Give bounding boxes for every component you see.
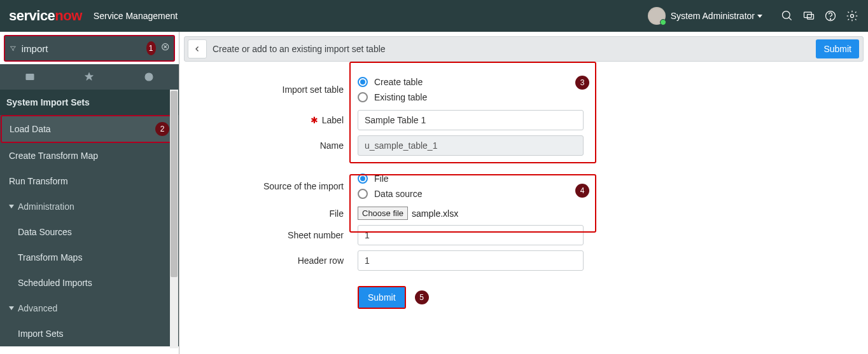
logo-now: now bbox=[55, 8, 82, 24]
filter-row: 1 bbox=[4, 35, 175, 62]
svg-rect-10 bbox=[26, 74, 34, 80]
radio-label: Create table bbox=[374, 77, 423, 87]
nav-tab-history[interactable] bbox=[122, 71, 176, 83]
filter-input[interactable] bbox=[22, 43, 143, 54]
badge-3: 3 bbox=[575, 76, 589, 90]
nav-item-data-sources[interactable]: Data Sources bbox=[0, 219, 179, 245]
nav-tab-apps[interactable] bbox=[3, 71, 57, 83]
header-row-input[interactable] bbox=[358, 250, 584, 271]
nav-group-label: Administration bbox=[18, 201, 74, 212]
radio-icon bbox=[358, 189, 368, 199]
nav-group-administration[interactable]: Administration bbox=[0, 194, 179, 219]
radio-data-source[interactable]: Data source bbox=[358, 186, 584, 201]
chevron-down-icon bbox=[9, 306, 14, 310]
radio-file[interactable]: File bbox=[358, 171, 584, 186]
svg-line-1 bbox=[789, 18, 792, 20]
required-icon: ✱ bbox=[311, 115, 318, 125]
sidebar: 1 System Import Sets Load Data 2 bbox=[0, 32, 179, 354]
form-area: Import set table Create table Existing t… bbox=[179, 62, 868, 320]
logo[interactable]: servicenow bbox=[9, 8, 82, 24]
name-input bbox=[358, 135, 584, 156]
radio-label: Data source bbox=[374, 189, 422, 199]
svg-point-5 bbox=[830, 18, 830, 19]
logo-service: service bbox=[9, 8, 55, 24]
file-name: sample.xlsx bbox=[412, 208, 458, 219]
brand-subtitle: Service Management bbox=[94, 11, 178, 21]
submit-box: Submit bbox=[358, 286, 406, 309]
badge-5: 5 bbox=[415, 290, 429, 304]
radio-icon bbox=[358, 174, 368, 184]
badge-4: 4 bbox=[575, 184, 589, 198]
nav-group-advanced[interactable]: Advanced bbox=[0, 296, 179, 321]
nav-tabs bbox=[0, 64, 179, 90]
badge-1: 1 bbox=[146, 41, 156, 55]
main: Create or add to an existing import set … bbox=[179, 32, 868, 354]
nav-group-label: Advanced bbox=[18, 303, 57, 313]
choose-file-button[interactable]: Choose file bbox=[358, 207, 408, 220]
scrollbar-thumb[interactable] bbox=[171, 91, 178, 277]
nav-tab-favorites[interactable] bbox=[62, 71, 116, 83]
clear-icon[interactable] bbox=[161, 42, 169, 55]
help-icon[interactable] bbox=[823, 9, 837, 23]
svg-point-0 bbox=[783, 11, 790, 19]
label-label: ✱ Label bbox=[205, 115, 358, 125]
label-file: File bbox=[205, 208, 358, 219]
top-bar: servicenow Service Management System Adm… bbox=[0, 0, 868, 32]
nav-scroll: System Import Sets Load Data 2 Create Tr… bbox=[0, 90, 179, 348]
svg-point-6 bbox=[851, 15, 854, 18]
chevron-down-icon bbox=[9, 205, 14, 208]
filter-icon bbox=[10, 45, 17, 52]
label-source-of-import: Source of the import bbox=[205, 181, 358, 191]
nav-item-run-transform[interactable]: Run Transform bbox=[0, 168, 179, 194]
label-import-set-table: Import set table bbox=[205, 85, 358, 95]
radio-label: Existing table bbox=[374, 92, 427, 102]
chevron-down-icon[interactable] bbox=[757, 15, 762, 18]
back-button[interactable] bbox=[188, 39, 207, 58]
nav-header-system-import-sets[interactable]: System Import Sets bbox=[0, 90, 179, 115]
nav-item-label: Load Data bbox=[10, 124, 51, 134]
header-bar: Create or add to an existing import set … bbox=[184, 36, 864, 62]
nav-item-scheduled-imports[interactable]: Scheduled Imports bbox=[0, 270, 179, 296]
radio-label: File bbox=[374, 174, 389, 184]
nav-item-create-transform[interactable]: Create Transform Map bbox=[0, 143, 179, 168]
gear-icon[interactable] bbox=[845, 9, 859, 23]
page-title: Create or add to an existing import set … bbox=[213, 44, 386, 54]
username[interactable]: System Administrator bbox=[671, 11, 755, 21]
submit-button-bottom[interactable]: Submit bbox=[359, 287, 405, 308]
radio-icon bbox=[358, 77, 368, 87]
avatar[interactable] bbox=[648, 7, 666, 25]
radio-icon bbox=[358, 92, 368, 102]
scrollbar[interactable] bbox=[170, 90, 178, 348]
svg-rect-3 bbox=[808, 15, 814, 20]
chat-icon[interactable] bbox=[802, 9, 816, 23]
badge-2: 2 bbox=[155, 122, 169, 136]
nav-item-load-data[interactable]: Load Data 2 bbox=[1, 115, 178, 143]
label-header-row: Header row bbox=[205, 255, 358, 266]
label-input[interactable] bbox=[358, 110, 584, 130]
nav-item-transform-maps[interactable]: Transform Maps bbox=[0, 245, 179, 270]
search-icon[interactable] bbox=[780, 9, 794, 23]
submit-button-top[interactable]: Submit bbox=[816, 39, 859, 58]
radio-existing-table[interactable]: Existing table bbox=[358, 90, 584, 105]
label-name: Name bbox=[205, 140, 358, 151]
sheet-number-input[interactable] bbox=[358, 225, 584, 245]
label-sheet-number: Sheet number bbox=[205, 230, 358, 240]
radio-create-table[interactable]: Create table bbox=[358, 74, 584, 90]
svg-rect-2 bbox=[804, 12, 812, 17]
nav-item-import-sets[interactable]: Import Sets bbox=[0, 321, 179, 346]
